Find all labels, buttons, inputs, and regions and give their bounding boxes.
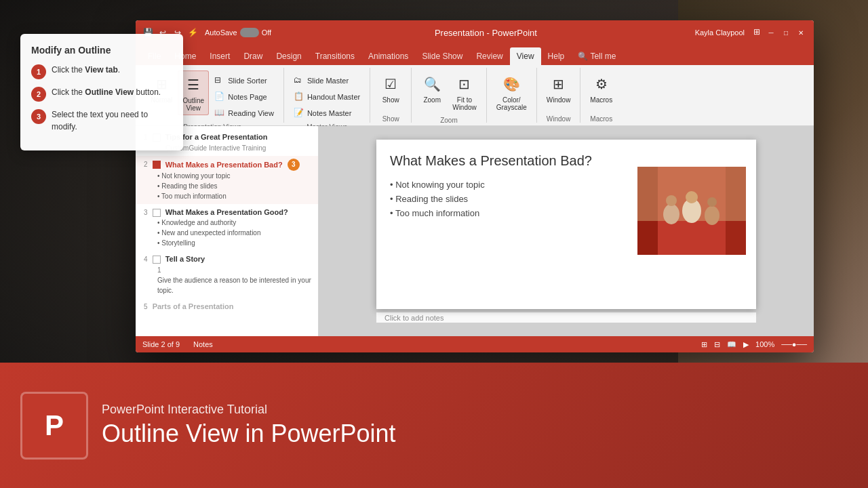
- slide-2-bullet-1[interactable]: • Not knowing your topic: [144, 171, 313, 181]
- tab-help[interactable]: Help: [541, 47, 572, 65]
- step-2-text: Click the Outline View button.: [52, 86, 161, 98]
- tab-tell-me[interactable]: 🔍 Tell me: [571, 47, 623, 65]
- slide-master-icon: 🗂: [294, 75, 304, 86]
- slide-2-bullet-3[interactable]: • Too much information: [144, 191, 313, 201]
- slide-4-sub: 1: [144, 265, 313, 275]
- svg-point-7: [686, 191, 698, 203]
- slide-2-bullet-2[interactable]: • Reading the slides: [144, 181, 313, 191]
- fit-to-window-button[interactable]: ⊡ Fit toWindow: [448, 70, 481, 114]
- tab-draw[interactable]: Draw: [237, 47, 269, 65]
- restore-icon[interactable]: ⊞: [751, 26, 762, 37]
- window-label: Window: [547, 96, 571, 104]
- powerpoint-window: 💾 ↩ ↪ ⚡ AutoSave Off Presentation - Powe…: [136, 20, 814, 352]
- view-reading-icon[interactable]: 📖: [727, 340, 736, 349]
- view-normal-icon[interactable]: ⊞: [701, 340, 707, 349]
- banner-subtitle: PowerPoint Interactive Tutorial: [102, 403, 396, 417]
- slide-3-title[interactable]: What Makes a Presentation Good?: [165, 208, 288, 216]
- macros-label: Macros: [590, 96, 612, 104]
- tab-view[interactable]: View: [510, 47, 541, 65]
- macros-group: ⚙ Macros Macros: [580, 68, 622, 123]
- notes-master-button[interactable]: 📝 Notes Master: [290, 106, 364, 121]
- tab-design[interactable]: Design: [269, 47, 308, 65]
- slide-4-title[interactable]: Tell a Story: [165, 255, 205, 263]
- minimize-button[interactable]: ─: [765, 26, 777, 39]
- outline-slide-2[interactable]: 2 What Makes a Presentation Bad? 3 • Not…: [136, 156, 318, 204]
- notes-page-icon: 📄: [214, 92, 225, 102]
- tab-transitions[interactable]: Transitions: [309, 47, 361, 65]
- color-grayscale-button[interactable]: 🎨 Color/Grayscale: [492, 70, 531, 114]
- powerpoint-logo: P: [20, 392, 88, 460]
- slide-bullet-3: • Too much information: [390, 208, 485, 218]
- step-3-indicator: 3: [288, 159, 300, 171]
- reading-view-button[interactable]: 📖 Reading View: [210, 106, 278, 121]
- slide-num-5: 5: [144, 303, 148, 310]
- title-bar: 💾 ↩ ↪ ⚡ AutoSave Off Presentation - Powe…: [136, 20, 814, 45]
- outline-panel[interactable]: 1 Tips for a Great Presentation CustomGu…: [136, 126, 319, 336]
- slide-bullets: • Not knowing your topic • Reading the s…: [390, 180, 485, 222]
- tab-slideshow[interactable]: Slide Show: [415, 47, 469, 65]
- slide-5-title[interactable]: Parts of a Presentation: [153, 302, 234, 310]
- slide-3-bullet-3[interactable]: • Storytelling: [144, 238, 313, 248]
- slide-bullet-2: • Reading the slides: [390, 194, 485, 204]
- autosave-label: AutoSave: [205, 28, 237, 37]
- step-1-badge: 1: [31, 64, 46, 79]
- window-button[interactable]: ⊞ Window: [542, 70, 575, 106]
- outline-slide-4[interactable]: 4 Tell a Story 1 Give the audience a rea…: [136, 251, 318, 298]
- slide-4-checkbox[interactable]: [153, 256, 161, 264]
- slide-image: [637, 167, 746, 255]
- instruction-title: Modify an Outline: [31, 45, 172, 56]
- zoom-group: 🔍 Zoom ⊡ Fit toWindow Zoom: [412, 68, 487, 123]
- slide-2-checkbox[interactable]: [153, 161, 161, 169]
- zoom-icon: 🔍: [421, 73, 443, 95]
- maximize-button[interactable]: □: [780, 26, 792, 39]
- logo-letter: P: [45, 409, 64, 442]
- slide-3-bullet-2[interactable]: • New and unexpected information: [144, 228, 313, 238]
- slide-3-bullet-1[interactable]: • Knowledge and authority: [144, 218, 313, 228]
- slide-master-button[interactable]: 🗂 Slide Master: [290, 73, 364, 88]
- outline-slide-5[interactable]: 5 Parts of a Presentation: [136, 298, 318, 315]
- svg-point-8: [705, 206, 719, 225]
- tab-insert[interactable]: Insert: [203, 47, 237, 65]
- slide-sorter-button[interactable]: ⊟ Slide Sorter: [210, 73, 278, 88]
- tab-review[interactable]: Review: [469, 47, 509, 65]
- notes-page-button[interactable]: 📄 Notes Page: [210, 89, 278, 104]
- slide-num-4: 4: [144, 256, 148, 263]
- show-button[interactable]: ☑ Show: [376, 70, 406, 106]
- color-label: Color/Grayscale: [496, 96, 527, 111]
- macros-button[interactable]: ⚙ Macros: [586, 70, 616, 106]
- autosave-toggle[interactable]: [240, 28, 259, 37]
- reading-view-label: Reading View: [228, 109, 274, 117]
- view-small-buttons: ⊟ Slide Sorter 📄 Notes Page 📖 Reading Vi…: [210, 70, 278, 121]
- slide-show-icon[interactable]: ▶: [743, 340, 749, 349]
- banner-text: PowerPoint Interactive Tutorial Outline …: [102, 403, 396, 448]
- view-sorter-icon[interactable]: ⊟: [714, 340, 720, 349]
- banner-title: Outline View in PowerPoint: [102, 420, 396, 448]
- window-title: Presentation - PowerPoint: [277, 28, 694, 38]
- tab-animations[interactable]: Animations: [361, 47, 415, 65]
- notes-placeholder: Click to add notes: [384, 314, 443, 322]
- zoom-button[interactable]: 🔍 Zoom: [417, 70, 447, 106]
- master-views-group: 🗂 Slide Master 📋 Handout Master 📝 Notes …: [284, 68, 370, 123]
- outline-slide-3[interactable]: 3 What Makes a Presentation Good? • Know…: [136, 204, 318, 251]
- svg-point-9: [707, 197, 717, 207]
- notes-label: Notes: [193, 340, 213, 348]
- handout-master-button[interactable]: 📋 Handout Master: [290, 89, 364, 104]
- notes-bar[interactable]: Click to add notes: [376, 312, 756, 323]
- close-button[interactable]: ✕: [795, 26, 807, 39]
- slide-2-title[interactable]: What Makes a Presentation Bad?: [165, 160, 283, 168]
- slide-4-bullet-1[interactable]: Give the audience a reason to be interes…: [144, 275, 313, 296]
- show-items: ☑ Show: [376, 68, 406, 113]
- slide-3-checkbox[interactable]: [153, 209, 161, 217]
- slide-master-label: Slide Master: [307, 77, 349, 85]
- macros-items: ⚙ Macros: [586, 68, 616, 113]
- zoom-slider[interactable]: ──●──: [781, 340, 807, 348]
- svg-point-4: [663, 204, 679, 224]
- macros-icon: ⚙: [591, 73, 612, 95]
- customize-icon[interactable]: ⚡: [187, 27, 198, 38]
- step-1: 1 Click the View tab.: [31, 64, 172, 79]
- color-group: 🎨 Color/Grayscale: [487, 68, 537, 123]
- macros-group-label: Macros: [590, 113, 612, 123]
- fit-window-icon: ⊡: [454, 73, 475, 95]
- reading-view-icon: 📖: [214, 108, 225, 119]
- slide-count: Slide 2 of 9: [142, 340, 180, 348]
